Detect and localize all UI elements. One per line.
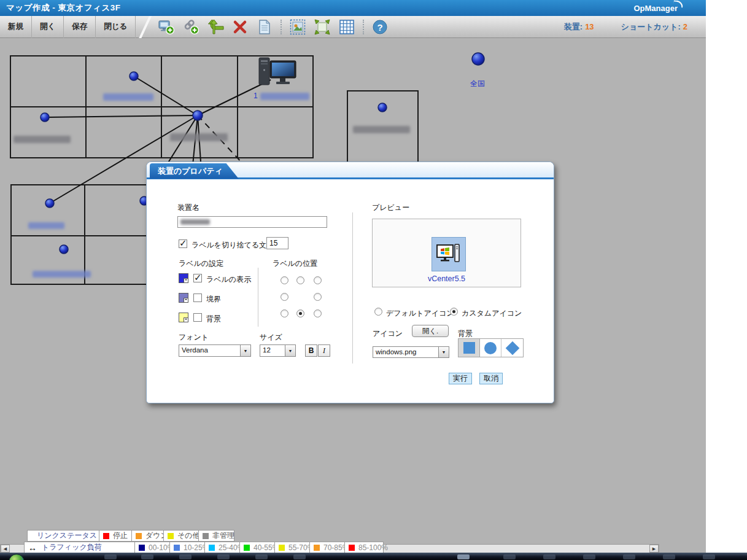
show-label-checkbox[interactable] — [193, 274, 202, 282]
italic-button[interactable]: I — [318, 344, 330, 357]
execute-button[interactable]: 実行 — [449, 373, 472, 384]
scroll-left-icon[interactable]: ◀ — [1, 545, 10, 553]
background-checkbox[interactable] — [193, 313, 202, 322]
taskbar-app-icon[interactable] — [104, 554, 117, 559]
position-radio-middle-right[interactable] — [314, 293, 322, 301]
legend-status-item: ダウン — [131, 530, 164, 542]
dialog-header: 装置のプロパティ — [147, 162, 554, 179]
taskbar-app-icon[interactable] — [179, 554, 192, 559]
dialog-title: 装置のプロパティ — [150, 163, 239, 179]
legend-traffic-item: 70-85% — [309, 542, 345, 553]
traffic-color-chip — [279, 545, 285, 551]
windows-server-icon — [436, 243, 462, 266]
preview-device-tile[interactable] — [432, 237, 466, 271]
blurred-device-name-value — [180, 219, 210, 225]
preview-box: vCenter5.5 — [372, 219, 521, 287]
diamond-icon — [505, 341, 519, 355]
background-shape-selector — [458, 338, 524, 357]
taskbar-app-icon[interactable] — [141, 554, 153, 559]
position-radio-top-left[interactable] — [281, 276, 288, 284]
traffic-load-legend: ↔ トラフィック負荷 00-10% 10-25% 25-40% 40-55% 5… — [25, 542, 384, 553]
workstation-node[interactable] — [259, 58, 296, 85]
border-color-swatch[interactable] — [179, 293, 188, 303]
taskbar-app-icon[interactable] — [703, 554, 715, 559]
truncate-count-input[interactable]: 15 — [266, 237, 288, 249]
font-label: フォント — [179, 332, 209, 343]
font-dropdown[interactable]: Verdana ▼ — [179, 344, 251, 357]
scroll-right-icon[interactable]: ▶ — [649, 545, 659, 553]
preview-title: プレビュー — [372, 203, 409, 213]
device-name-label: 装置名 — [177, 203, 199, 213]
position-radio-bottom-right[interactable] — [314, 309, 322, 317]
bold-button[interactable]: B — [305, 344, 317, 357]
device-node[interactable] — [60, 245, 68, 254]
taskbar-app-icon[interactable] — [255, 554, 268, 559]
blurred-node-label — [353, 126, 410, 133]
floor-grid-lower-left — [11, 185, 160, 284]
icon-file-dropdown[interactable]: windows.png ▼ — [373, 346, 449, 358]
settings-divider — [258, 268, 258, 327]
device-node[interactable] — [45, 199, 54, 208]
default-icon-radio[interactable] — [374, 308, 382, 316]
taskbar-app-icon[interactable] — [623, 554, 635, 559]
taskbar-app-icon[interactable] — [583, 554, 595, 559]
legend-status-item: 停止 — [99, 530, 132, 542]
national-node[interactable] — [472, 53, 484, 65]
cancel-button[interactable]: 取消 — [479, 373, 503, 384]
size-dropdown[interactable]: 12 ▼ — [260, 344, 296, 357]
traffic-color-chip — [174, 545, 180, 551]
position-radio-middle-left[interactable] — [281, 293, 288, 301]
border-checkbox[interactable] — [193, 294, 202, 302]
custom-icon-radio[interactable] — [450, 308, 458, 316]
position-radio-top-right[interactable] — [314, 276, 322, 284]
truncate-checkbox[interactable] — [179, 239, 187, 248]
traffic-color-chip — [349, 545, 355, 551]
size-label: サイズ — [260, 332, 282, 343]
circle-icon — [484, 342, 497, 354]
taskbar-app-icon[interactable] — [217, 554, 230, 559]
device-node[interactable] — [130, 72, 138, 80]
background-text: 背景 — [206, 314, 221, 324]
dialog-center-divider — [352, 212, 353, 364]
legend-status-item: その他 — [163, 530, 199, 542]
blurred-node-label — [170, 133, 228, 141]
position-radio-bottom-left[interactable] — [281, 309, 288, 317]
windows-taskbar — [0, 553, 747, 560]
taskbar-app-icon-active[interactable] — [457, 554, 470, 559]
size-value: 12 — [260, 345, 285, 356]
status-color-chip — [168, 533, 174, 539]
windows-start-orb[interactable] — [9, 554, 25, 560]
traffic-color-chip — [139, 545, 145, 551]
taskbar-app-icon[interactable] — [293, 554, 306, 559]
device-node[interactable] — [41, 113, 49, 122]
shape-diamond-option[interactable] — [501, 339, 523, 357]
legend-traffic-item: 10-25% — [169, 542, 205, 553]
position-radio-bottom-center[interactable] — [296, 309, 304, 317]
chevron-down-icon[interactable]: ▼ — [240, 345, 250, 356]
label-color-swatch[interactable] — [179, 273, 188, 283]
link-status-legend: リンクステータス 停止 ダウン その他 非管理 — [28, 530, 234, 542]
taskbar-app-icon[interactable] — [503, 554, 516, 559]
show-label-text: ラベルの表示 — [206, 274, 251, 285]
shape-circle-option[interactable] — [480, 339, 501, 357]
device-node-hub[interactable] — [193, 111, 203, 120]
taskbar-app-icon[interactable] — [543, 554, 555, 559]
chevron-down-icon[interactable]: ▼ — [285, 345, 295, 356]
preview-device-name: vCenter5.5 — [373, 274, 521, 283]
legend-link-status: リンクステータス — [27, 530, 99, 542]
icon-label: アイコン — [373, 329, 403, 339]
background-color-swatch[interactable] — [179, 313, 188, 322]
open-icon-button[interactable]: 開く. — [412, 325, 449, 337]
status-color-chip — [103, 533, 109, 539]
shape-square-option[interactable] — [459, 339, 480, 357]
legend-traffic-item: 25-40% — [204, 542, 240, 553]
taskbar-app-icon[interactable] — [663, 554, 675, 559]
device-name-input[interactable] — [177, 216, 327, 228]
device-node[interactable] — [378, 103, 387, 112]
position-radio-top-center[interactable] — [296, 276, 304, 284]
chevron-down-icon[interactable]: ▼ — [438, 347, 449, 357]
legend-status-item: 非管理 — [198, 530, 234, 542]
blurred-node-label — [14, 136, 71, 143]
custom-icon-label: カスタムアイコン — [462, 308, 522, 319]
label-position-title: ラベルの位置 — [273, 259, 317, 269]
